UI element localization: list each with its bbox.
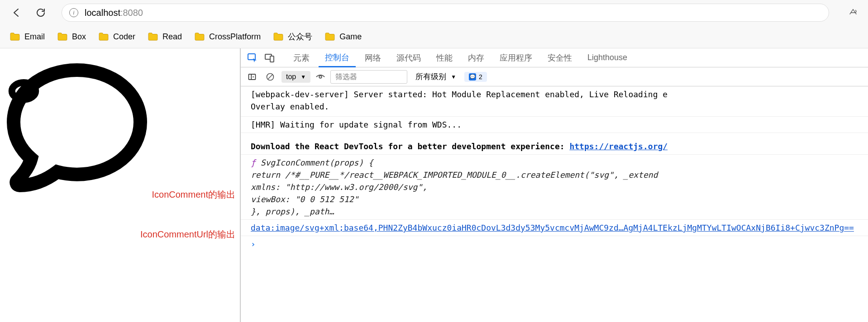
log-entry: Download the React DevTools for a better… — [241, 133, 868, 155]
site-info-icon[interactable]: i — [69, 8, 78, 17]
tab-performance[interactable]: 性能 — [430, 48, 459, 67]
folder-icon — [325, 33, 335, 41]
devtools-panel: 元素 控制台 网络 源代码 性能 内存 应用程序 安全性 Lighthouse … — [240, 48, 868, 322]
issues-badge[interactable]: 💬 2 — [464, 72, 487, 82]
browser-chrome: i localhost:8080 Email Box Coder Read Cr… — [0, 0, 868, 48]
folder-icon — [148, 33, 158, 41]
console-output[interactable]: [webpack-dev-server] Server started: Hot… — [241, 86, 868, 322]
log-level-selector[interactable]: 所有级别 ▼ — [415, 71, 456, 82]
tab-security[interactable]: 安全性 — [541, 48, 578, 67]
url-bar[interactable]: i localhost:8080 — [62, 4, 829, 22]
folder-icon — [57, 33, 67, 41]
devtools-tabs: 元素 控制台 网络 源代码 性能 内存 应用程序 安全性 Lighthouse — [241, 48, 868, 67]
issue-icon: 💬 — [469, 73, 476, 80]
svg-rect-3 — [270, 56, 274, 62]
bookmark-game[interactable]: Game — [325, 32, 362, 42]
data-url-link[interactable]: data:image/svg+xml;base64,PHN2ZyB4bWxucz… — [251, 223, 854, 232]
live-expression-button[interactable] — [315, 71, 326, 82]
svg-point-8 — [319, 76, 322, 78]
bookmark-box[interactable]: Box — [57, 32, 86, 42]
context-selector[interactable]: top ▼ — [281, 71, 310, 83]
level-label: 所有级别 — [415, 71, 446, 82]
folder-icon — [99, 33, 109, 41]
svg-rect-1 — [248, 54, 255, 60]
folder-icon — [273, 33, 283, 41]
svg-rect-4 — [249, 74, 256, 80]
bookmark-email[interactable]: Email — [10, 32, 45, 42]
bookmark-read[interactable]: Read — [148, 32, 182, 42]
bookmarks-bar: Email Box Coder Read CrossPlatform 公众号 G… — [0, 25, 868, 48]
log-entry-dataurl: data:image/svg+xml;base64,PHN2ZyB4bWxucz… — [241, 219, 868, 236]
folder-icon — [195, 33, 205, 41]
device-toolbar-button[interactable] — [262, 51, 277, 65]
speech-bubble-icon — [0, 52, 154, 197]
issue-count: 2 — [479, 73, 482, 80]
tab-network[interactable]: 网络 — [358, 48, 387, 67]
bookmark-coder[interactable]: Coder — [99, 32, 135, 42]
nav-bar: i localhost:8080 — [0, 0, 868, 25]
chevron-down-icon: ▼ — [451, 74, 456, 80]
filter-input[interactable] — [330, 70, 407, 84]
bookmark-gongzhonghao[interactable]: 公众号 — [273, 31, 312, 42]
svg-line-7 — [268, 75, 272, 79]
log-entry: [webpack-dev-server] Server started: Hot… — [241, 86, 868, 117]
back-button[interactable] — [8, 5, 24, 21]
chevron-down-icon: ▼ — [300, 74, 306, 80]
bookmark-label: CrossPlatform — [209, 32, 261, 42]
annotation-icon-comment-url: IconCommentUrl的输出 — [140, 228, 235, 241]
bookmark-label: Read — [162, 32, 182, 42]
tab-lighthouse[interactable]: Lighthouse — [581, 48, 634, 67]
console-toolbar: top ▼ 所有级别 ▼ 💬 2 — [241, 67, 868, 86]
tab-console[interactable]: 控制台 — [319, 48, 356, 67]
react-devtools-link[interactable]: https://reactjs.org/ — [569, 142, 668, 151]
page-content: IconComment的输出 IconCommentUrl的输出 — [0, 48, 240, 322]
read-aloud-icon[interactable] — [846, 6, 860, 19]
toggle-sidebar-button[interactable] — [245, 70, 259, 84]
log-entry-code: ƒ SvgIconComment(props) { return /*#__PU… — [241, 155, 868, 219]
tab-application[interactable]: 应用程序 — [493, 48, 539, 67]
inspect-element-button[interactable] — [245, 51, 260, 65]
url-text: localhost:8080 — [85, 8, 143, 18]
bookmark-label: Game — [339, 32, 362, 42]
content-area: IconComment的输出 IconCommentUrl的输出 元素 控制台 … — [0, 48, 868, 322]
clear-console-button[interactable] — [263, 70, 277, 84]
log-entry: [HMR] Waiting for update signal from WDS… — [241, 117, 868, 133]
tab-elements[interactable]: 元素 — [287, 48, 316, 67]
folder-icon — [10, 33, 20, 41]
annotation-icon-comment: IconComment的输出 — [152, 189, 236, 201]
bookmark-label: 公众号 — [288, 31, 312, 42]
tab-memory[interactable]: 内存 — [462, 48, 491, 67]
tab-sources[interactable]: 源代码 — [390, 48, 427, 67]
context-label: top — [286, 73, 296, 81]
bookmark-label: Coder — [113, 32, 135, 42]
bookmark-label: Email — [24, 32, 45, 42]
reload-button[interactable] — [33, 5, 49, 21]
bookmark-label: Box — [72, 32, 86, 42]
bookmark-crossplatform[interactable]: CrossPlatform — [195, 32, 261, 42]
console-prompt[interactable]: › — [241, 236, 868, 252]
